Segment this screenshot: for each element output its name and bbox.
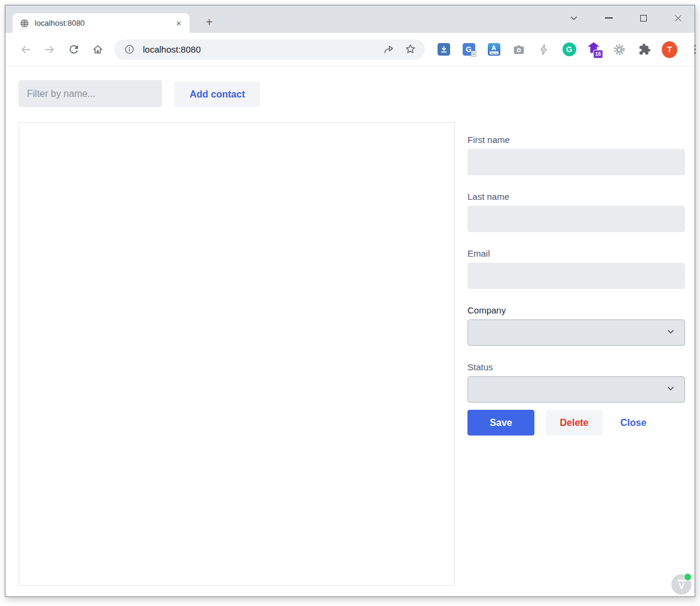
vaadin-logo-icon <box>677 580 686 581</box>
last-name-label: Last name <box>467 191 685 202</box>
gear-extension-icon[interactable] <box>612 42 627 57</box>
window-controls <box>567 10 685 26</box>
share-icon[interactable] <box>381 42 396 57</box>
download-extension-icon[interactable] <box>436 42 451 57</box>
camera-extension-icon[interactable] <box>511 42 527 57</box>
screenshot-extension-icon[interactable]: A <box>486 42 502 57</box>
status-label: Status <box>467 362 685 372</box>
extensions-row: G A G 15 <box>436 42 700 57</box>
chevron-down-icon <box>665 383 676 396</box>
filter-by-name-input[interactable] <box>19 80 162 107</box>
url-text: localhost:8080 <box>143 44 381 54</box>
lightning-extension-icon[interactable] <box>536 42 552 57</box>
company-select[interactable] <box>467 319 685 346</box>
contacts-grid[interactable] <box>19 122 455 586</box>
tab-title: localhost:8080 <box>35 19 173 28</box>
home-icon[interactable] <box>89 41 106 58</box>
last-name-field[interactable] <box>467 206 685 232</box>
browser-menu-kebab-icon[interactable] <box>687 42 700 57</box>
browser-toolbar: localhost:8080 G A <box>5 33 695 66</box>
profile-avatar[interactable]: T <box>662 42 677 57</box>
translate-extension-icon[interactable]: G <box>461 42 476 57</box>
page-content: Add contact First name Last name Email C… <box>5 66 695 596</box>
reload-icon[interactable] <box>65 41 82 58</box>
extension-badge-count: 15 <box>593 50 603 59</box>
close-button[interactable]: Close <box>614 410 653 436</box>
new-tab-button[interactable]: + <box>201 14 218 31</box>
browser-tab[interactable]: localhost:8080 × <box>13 13 189 33</box>
site-info-icon[interactable] <box>121 42 137 57</box>
email-label: Email <box>467 248 685 258</box>
contact-form: First name Last name Email Company Statu… <box>467 135 685 436</box>
first-name-field[interactable] <box>467 149 685 175</box>
address-bar[interactable]: localhost:8080 <box>114 39 425 60</box>
chevron-down-icon <box>665 326 676 339</box>
extensions-puzzle-icon[interactable] <box>637 42 652 57</box>
status-select[interactable] <box>467 376 685 403</box>
back-icon[interactable] <box>17 41 34 58</box>
minimize-button[interactable] <box>601 11 616 25</box>
first-name-label: First name <box>467 135 685 145</box>
browser-window: localhost:8080 × + <box>5 5 695 597</box>
vaadin-dev-tools-button[interactable]: V <box>671 574 692 595</box>
email-field[interactable] <box>467 263 685 289</box>
tab-strip: localhost:8080 × + <box>5 5 695 33</box>
save-button[interactable]: Save <box>467 410 534 436</box>
window-close-button[interactable] <box>671 11 685 25</box>
maximize-button[interactable] <box>636 11 650 25</box>
delete-button[interactable]: Delete <box>546 410 603 436</box>
grammarly-extension-icon[interactable]: G <box>561 42 577 57</box>
company-label: Company <box>467 305 685 315</box>
add-contact-button[interactable]: Add contact <box>175 81 260 107</box>
tab-close-icon[interactable]: × <box>173 17 185 29</box>
dev-server-status-dot <box>684 573 692 581</box>
purple-badge-extension-icon[interactable]: 15 <box>586 42 602 57</box>
tab-search-chevron-icon[interactable] <box>567 11 581 25</box>
forward-icon[interactable] <box>41 41 58 58</box>
globe-favicon-icon <box>20 19 29 28</box>
form-buttons: Save Delete Close <box>467 410 685 436</box>
bookmark-star-icon[interactable] <box>402 42 418 57</box>
